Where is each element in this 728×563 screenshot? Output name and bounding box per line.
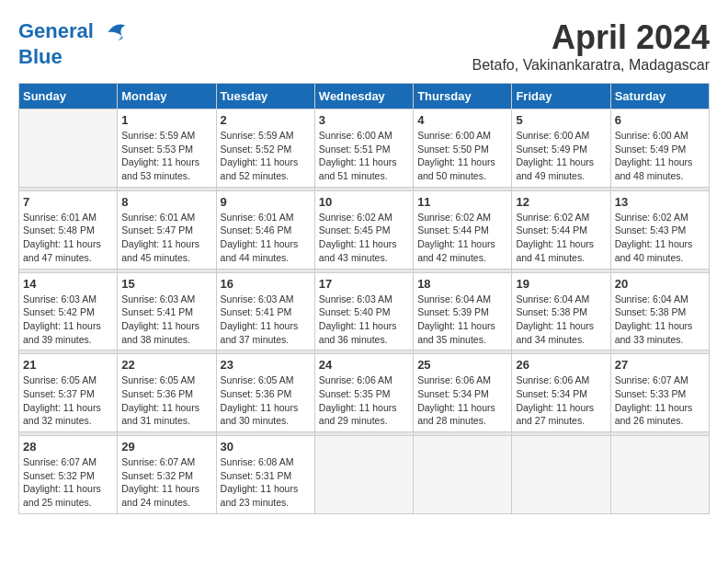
day-info: Sunrise: 6:00 AM Sunset: 5:50 PM Dayligh… xyxy=(417,129,507,183)
day-number: 19 xyxy=(516,277,606,291)
calendar-cell: 1Sunrise: 5:59 AM Sunset: 5:53 PM Daylig… xyxy=(118,109,216,188)
day-number: 20 xyxy=(615,277,705,291)
day-info: Sunrise: 6:06 AM Sunset: 5:35 PM Dayligh… xyxy=(319,373,409,428)
day-number: 21 xyxy=(23,358,113,372)
day-info: Sunrise: 6:04 AM Sunset: 5:39 PM Dayligh… xyxy=(417,293,507,347)
calendar-header-sunday: Sunday xyxy=(19,84,118,109)
calendar-cell: 10Sunrise: 6:02 AM Sunset: 5:45 PM Dayli… xyxy=(314,190,413,269)
day-number: 7 xyxy=(23,195,113,209)
title-block: April 2024 Betafo, Vakinankaratra, Madag… xyxy=(472,18,710,74)
day-info: Sunrise: 6:03 AM Sunset: 5:41 PM Dayligh… xyxy=(121,293,211,347)
day-number: 24 xyxy=(319,358,409,372)
calendar-week-row: 1Sunrise: 5:59 AM Sunset: 5:53 PM Daylig… xyxy=(19,109,710,188)
day-number: 17 xyxy=(319,277,409,291)
day-info: Sunrise: 6:01 AM Sunset: 5:46 PM Dayligh… xyxy=(221,211,311,265)
day-info: Sunrise: 6:01 AM Sunset: 5:48 PM Dayligh… xyxy=(23,211,113,265)
page-header: General Blue April 2024 Betafo, Vakinank… xyxy=(18,18,710,74)
calendar-cell: 5Sunrise: 6:00 AM Sunset: 5:49 PM Daylig… xyxy=(512,109,610,188)
day-number: 6 xyxy=(615,113,705,127)
calendar-header-thursday: Thursday xyxy=(414,84,512,109)
day-number: 1 xyxy=(121,113,211,127)
calendar-header-row: SundayMondayTuesdayWednesdayThursdayFrid… xyxy=(19,84,710,109)
day-info: Sunrise: 6:03 AM Sunset: 5:41 PM Dayligh… xyxy=(221,293,311,347)
calendar-cell: 22Sunrise: 6:05 AM Sunset: 5:36 PM Dayli… xyxy=(118,354,216,432)
day-number: 8 xyxy=(121,195,211,209)
day-info: Sunrise: 6:00 AM Sunset: 5:49 PM Dayligh… xyxy=(516,129,606,183)
day-number: 9 xyxy=(221,195,311,209)
day-info: Sunrise: 6:07 AM Sunset: 5:33 PM Dayligh… xyxy=(615,373,705,428)
calendar-cell: 2Sunrise: 5:59 AM Sunset: 5:52 PM Daylig… xyxy=(216,109,314,188)
day-info: Sunrise: 6:05 AM Sunset: 5:36 PM Dayligh… xyxy=(121,373,211,428)
calendar-header-friday: Friday xyxy=(512,84,610,109)
calendar-cell: 7Sunrise: 6:01 AM Sunset: 5:48 PM Daylig… xyxy=(19,190,118,269)
calendar-cell: 4Sunrise: 6:00 AM Sunset: 5:50 PM Daylig… xyxy=(414,109,512,188)
calendar-cell: 19Sunrise: 6:04 AM Sunset: 5:38 PM Dayli… xyxy=(512,272,610,350)
calendar-cell: 27Sunrise: 6:07 AM Sunset: 5:33 PM Dayli… xyxy=(610,354,709,432)
day-info: Sunrise: 6:02 AM Sunset: 5:45 PM Dayligh… xyxy=(319,211,409,265)
calendar-cell: 12Sunrise: 6:02 AM Sunset: 5:44 PM Dayli… xyxy=(512,190,610,269)
day-info: Sunrise: 6:03 AM Sunset: 5:42 PM Dayligh… xyxy=(23,293,113,347)
page-title: April 2024 xyxy=(472,18,710,57)
calendar-cell xyxy=(414,436,512,514)
day-number: 25 xyxy=(417,358,507,372)
calendar-cell: 14Sunrise: 6:03 AM Sunset: 5:42 PM Dayli… xyxy=(19,272,118,350)
calendar-cell: 16Sunrise: 6:03 AM Sunset: 5:41 PM Dayli… xyxy=(216,272,314,350)
calendar-week-row: 14Sunrise: 6:03 AM Sunset: 5:42 PM Dayli… xyxy=(19,272,710,350)
day-number: 3 xyxy=(319,113,409,127)
calendar-cell: 24Sunrise: 6:06 AM Sunset: 5:35 PM Dayli… xyxy=(314,354,413,432)
calendar-header-tuesday: Tuesday xyxy=(216,84,314,109)
calendar-cell: 25Sunrise: 6:06 AM Sunset: 5:34 PM Dayli… xyxy=(414,354,512,432)
calendar-cell xyxy=(19,109,118,188)
calendar-cell: 28Sunrise: 6:07 AM Sunset: 5:32 PM Dayli… xyxy=(19,436,118,514)
day-info: Sunrise: 6:05 AM Sunset: 5:36 PM Dayligh… xyxy=(221,373,311,428)
day-info: Sunrise: 5:59 AM Sunset: 5:52 PM Dayligh… xyxy=(221,129,311,183)
day-number: 11 xyxy=(417,195,507,209)
day-number: 4 xyxy=(417,113,507,127)
day-number: 16 xyxy=(221,277,311,291)
calendar-cell: 3Sunrise: 6:00 AM Sunset: 5:51 PM Daylig… xyxy=(314,109,413,188)
day-info: Sunrise: 6:04 AM Sunset: 5:38 PM Dayligh… xyxy=(516,293,606,347)
calendar-cell: 9Sunrise: 6:01 AM Sunset: 5:46 PM Daylig… xyxy=(216,190,314,269)
day-info: Sunrise: 6:00 AM Sunset: 5:51 PM Dayligh… xyxy=(319,129,409,183)
calendar-cell: 18Sunrise: 6:04 AM Sunset: 5:39 PM Dayli… xyxy=(414,272,512,350)
day-info: Sunrise: 6:01 AM Sunset: 5:47 PM Dayligh… xyxy=(121,211,211,265)
calendar-cell xyxy=(512,436,610,514)
day-info: Sunrise: 5:59 AM Sunset: 5:53 PM Dayligh… xyxy=(121,129,211,183)
day-number: 13 xyxy=(615,195,705,209)
calendar-cell: 15Sunrise: 6:03 AM Sunset: 5:41 PM Dayli… xyxy=(118,272,216,350)
day-number: 30 xyxy=(221,440,311,454)
day-number: 14 xyxy=(23,277,113,291)
calendar-cell: 13Sunrise: 6:02 AM Sunset: 5:43 PM Dayli… xyxy=(610,190,709,269)
day-info: Sunrise: 6:04 AM Sunset: 5:38 PM Dayligh… xyxy=(615,293,705,347)
calendar-header-monday: Monday xyxy=(118,84,216,109)
logo-general: General xyxy=(18,19,94,42)
day-number: 22 xyxy=(121,358,211,372)
calendar-week-row: 21Sunrise: 6:05 AM Sunset: 5:37 PM Dayli… xyxy=(19,354,710,432)
day-number: 28 xyxy=(23,440,113,454)
calendar-cell: 6Sunrise: 6:00 AM Sunset: 5:49 PM Daylig… xyxy=(610,109,709,188)
day-info: Sunrise: 6:06 AM Sunset: 5:34 PM Dayligh… xyxy=(516,373,606,428)
calendar-cell: 30Sunrise: 6:08 AM Sunset: 5:31 PM Dayli… xyxy=(216,436,314,514)
day-number: 12 xyxy=(516,195,606,209)
day-number: 26 xyxy=(516,358,606,372)
calendar-cell xyxy=(314,436,413,514)
day-number: 2 xyxy=(221,113,311,127)
calendar-cell: 26Sunrise: 6:06 AM Sunset: 5:34 PM Dayli… xyxy=(512,354,610,432)
day-number: 10 xyxy=(319,195,409,209)
day-number: 5 xyxy=(516,113,606,127)
day-info: Sunrise: 6:02 AM Sunset: 5:44 PM Dayligh… xyxy=(516,211,606,265)
logo-text: General Blue xyxy=(18,18,129,68)
calendar-cell: 20Sunrise: 6:04 AM Sunset: 5:38 PM Dayli… xyxy=(610,272,709,350)
calendar-cell: 8Sunrise: 6:01 AM Sunset: 5:47 PM Daylig… xyxy=(118,190,216,269)
page-subtitle: Betafo, Vakinankaratra, Madagascar xyxy=(472,57,710,74)
calendar-week-row: 7Sunrise: 6:01 AM Sunset: 5:48 PM Daylig… xyxy=(19,190,710,269)
logo: General Blue xyxy=(18,18,129,68)
day-info: Sunrise: 6:00 AM Sunset: 5:49 PM Dayligh… xyxy=(615,129,705,183)
day-number: 29 xyxy=(121,440,211,454)
day-number: 27 xyxy=(615,358,705,372)
calendar-week-row: 28Sunrise: 6:07 AM Sunset: 5:32 PM Dayli… xyxy=(19,436,710,514)
day-info: Sunrise: 6:05 AM Sunset: 5:37 PM Dayligh… xyxy=(23,373,113,428)
day-info: Sunrise: 6:07 AM Sunset: 5:32 PM Dayligh… xyxy=(121,455,211,510)
day-number: 15 xyxy=(121,277,211,291)
day-info: Sunrise: 6:07 AM Sunset: 5:32 PM Dayligh… xyxy=(23,455,113,510)
